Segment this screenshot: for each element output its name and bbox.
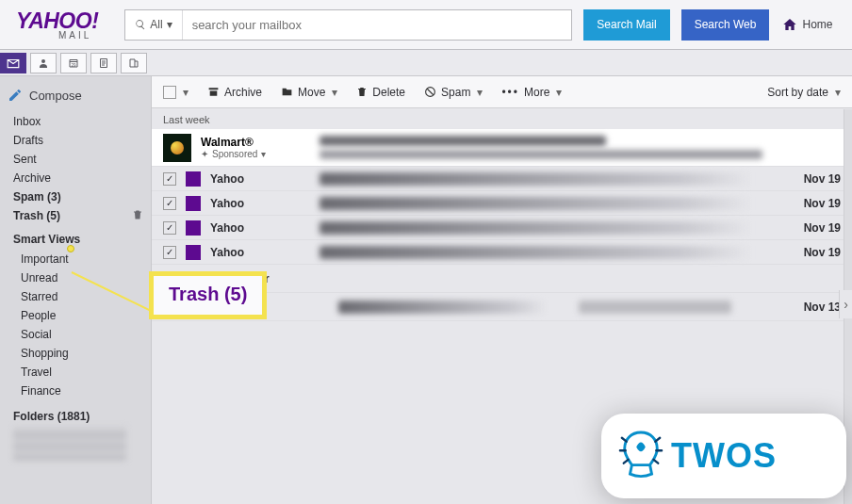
chevron-down-icon: ▾ [167, 18, 172, 31]
home-icon [782, 17, 797, 32]
sv-starred[interactable]: Starred [0, 287, 151, 306]
nav-folders: Inbox Drafts Sent Archive Spam (3) Trash… [0, 112, 151, 225]
message-row[interactable]: ✓ Yahoo Nov 19 [152, 240, 852, 265]
row-subject-blurred [320, 197, 775, 210]
lightbulb-icon [618, 429, 664, 483]
more-button[interactable]: ••• More▾ [501, 86, 562, 99]
nav-inbox[interactable]: Inbox [0, 112, 151, 131]
archive-label: Archive [224, 86, 262, 99]
row-subject-blurred [338, 301, 775, 314]
home-label: Home [802, 18, 832, 31]
row-checkbox[interactable]: ✓ [163, 221, 176, 235]
sponsored-row[interactable]: Walmart® ✦Sponsored▾ [152, 129, 852, 167]
row-date: Nov 19 [784, 197, 841, 210]
sponsor-subject [320, 136, 841, 159]
folders-blurred [13, 427, 126, 461]
watermark-badge: TWOS [601, 414, 846, 498]
sort-label: Sort by date [767, 86, 828, 99]
row-date: Nov 13 [784, 301, 841, 314]
search-bar[interactable]: All ▾ [124, 9, 572, 41]
spam-icon [424, 86, 436, 98]
home-link[interactable]: Home [782, 17, 832, 32]
rail-news-icon[interactable] [121, 53, 147, 73]
annotation-dot [67, 245, 74, 252]
search-scope-label: All [150, 18, 162, 31]
sort-button[interactable]: Sort by date▾ [767, 86, 841, 99]
spam-button[interactable]: Spam▾ [424, 86, 483, 99]
move-button[interactable]: Move▾ [281, 86, 337, 99]
rail-mail-icon[interactable] [0, 53, 26, 73]
search-mail-button[interactable]: Search Mail [583, 9, 669, 41]
row-from: Yahoo [210, 172, 310, 186]
rail-contacts-icon[interactable] [30, 53, 57, 73]
logo-text-sub: MAIL [58, 30, 91, 41]
move-label: Move [298, 86, 325, 99]
yahoo-avatar-icon [186, 196, 201, 211]
row-date: Nov 19 [784, 246, 841, 259]
sv-important[interactable]: Important [0, 250, 151, 268]
more-icon: ••• [501, 86, 519, 99]
sponsor-from-col: Walmart® ✦Sponsored▾ [201, 136, 310, 159]
nav-spam[interactable]: Spam (3) [0, 187, 151, 206]
search-input[interactable] [183, 10, 572, 40]
sv-travel[interactable]: Travel [0, 363, 151, 382]
row-from: Yahoo [210, 197, 310, 210]
sv-people[interactable]: People [0, 306, 151, 325]
reading-pane-toggle[interactable]: › [839, 290, 852, 318]
folders-header[interactable]: Folders (1881) [0, 400, 151, 427]
sv-shopping[interactable]: Shopping [0, 344, 151, 363]
message-row[interactable]: ✓ Yahoo Nov 19 [152, 216, 852, 240]
smart-views-header: Smart Views [0, 225, 151, 250]
nav-trash[interactable]: Trash (5) [0, 206, 151, 225]
sponsor-from: Walmart® [201, 136, 310, 149]
annotation-callout: Trash (5) [149, 271, 267, 319]
message-row[interactable]: ✓ Yahoo Nov 19 [152, 167, 852, 191]
sv-social[interactable]: Social [0, 325, 151, 344]
yahoo-avatar-icon [186, 220, 201, 236]
row-from: Yahoo [210, 221, 310, 235]
yahoo-avatar-icon [186, 171, 201, 187]
toolbar: ▾ Archive Move▾ Delete Spam▾ ••• More▾ [152, 76, 852, 108]
row-checkbox[interactable]: ✓ [163, 172, 176, 186]
search-icon [135, 19, 146, 30]
watermark-text: TWOS [671, 436, 777, 476]
row-checkbox[interactable]: ✓ [163, 246, 176, 259]
nav-drafts[interactable]: Drafts [0, 131, 151, 150]
row-subject-blurred [320, 221, 775, 235]
nav-sent[interactable]: Sent [0, 150, 151, 169]
search-web-button[interactable]: Search Web [681, 9, 770, 41]
nav-trash-label[interactable]: Trash (5) [0, 206, 70, 225]
nav-archive[interactable]: Archive [0, 169, 151, 187]
trash-icon [356, 86, 368, 98]
pencil-icon [8, 88, 23, 103]
search-scope-dropdown[interactable]: All ▾ [125, 10, 182, 40]
rail-notepad-icon[interactable] [90, 53, 117, 73]
sidebar: Compose Inbox Drafts Sent Archive Spam (… [0, 76, 151, 504]
sv-unread[interactable]: Unread [0, 268, 151, 287]
message-row[interactable]: ✓ Yahoo Nov 19 [152, 191, 852, 216]
header-bar: YAHOO! MAIL All ▾ Search Mail Search Web… [0, 0, 852, 50]
delete-button[interactable]: Delete [356, 86, 405, 99]
rail-calendar-icon[interactable]: 29 [60, 53, 87, 73]
delete-label: Delete [372, 86, 405, 99]
spam-label: Spam [441, 86, 470, 99]
icon-rail: 29 [0, 50, 852, 76]
archive-button[interactable]: Archive [207, 86, 262, 99]
sparkle-icon: ✦ [201, 149, 208, 159]
row-date: Nov 19 [784, 172, 841, 186]
sv-finance[interactable]: Finance [0, 382, 151, 400]
row-date: Nov 19 [784, 221, 841, 235]
chevron-down-icon: ▾ [183, 86, 188, 99]
yahoo-mail-logo: YAHOO! MAIL [16, 8, 98, 41]
row-subject-blurred [320, 172, 775, 186]
sponsor-tag[interactable]: ✦Sponsored▾ [201, 149, 310, 159]
section-header: Last week [152, 108, 852, 129]
yahoo-avatar-icon [186, 245, 201, 260]
row-checkbox[interactable]: ✓ [163, 197, 176, 210]
trash-empty-icon[interactable] [132, 209, 151, 223]
archive-icon [207, 86, 220, 98]
compose-label: Compose [29, 89, 82, 103]
select-all[interactable]: ▾ [163, 86, 188, 99]
row-subject-blurred [320, 246, 775, 259]
compose-button[interactable]: Compose [0, 82, 151, 112]
